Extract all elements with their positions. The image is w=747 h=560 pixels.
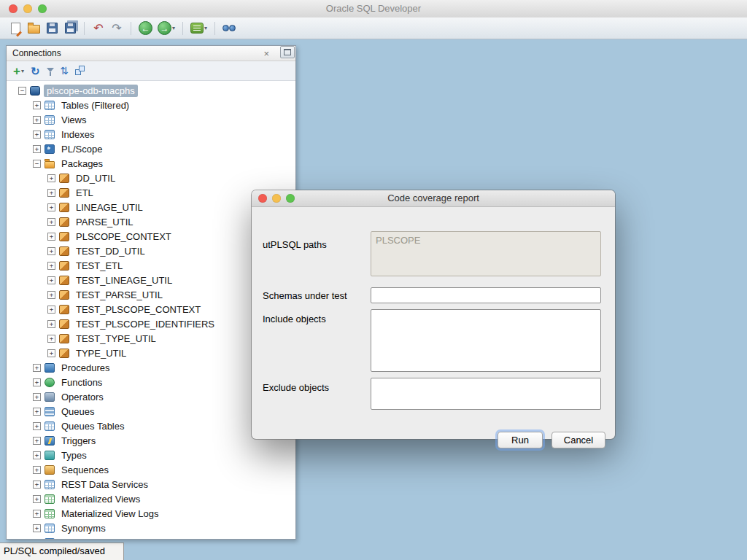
tree-item[interactable]: + Materialized View Logs bbox=[7, 506, 295, 521]
filter-button[interactable] bbox=[47, 63, 54, 78]
packages-icon bbox=[44, 161, 55, 168]
run-script-button[interactable]: ▾ bbox=[190, 21, 207, 36]
expander-icon[interactable]: + bbox=[33, 481, 41, 489]
tree-item[interactable]: − Packages bbox=[7, 156, 295, 171]
utplsql-paths-field[interactable]: PLSCOPE bbox=[371, 231, 601, 276]
connections-panel-header[interactable]: Connections × bbox=[7, 46, 295, 61]
tree-item[interactable]: + Synonyms bbox=[7, 521, 295, 535]
open-file-button[interactable] bbox=[27, 21, 40, 36]
expander-icon[interactable]: + bbox=[33, 422, 41, 430]
cancel-button[interactable]: Cancel bbox=[551, 432, 605, 448]
sort-button[interactable]: ⇅ bbox=[61, 63, 69, 78]
new-file-button[interactable] bbox=[9, 21, 22, 36]
close-panel-icon[interactable]: × bbox=[263, 49, 269, 58]
tree-item[interactable]: + Sequences bbox=[7, 462, 295, 477]
tree-item-label: Synonyms bbox=[58, 522, 109, 534]
expander-icon[interactable]: + bbox=[33, 145, 41, 153]
expander-icon[interactable]: + bbox=[33, 495, 41, 503]
tree-item[interactable]: + REST Data Services bbox=[7, 477, 295, 491]
expander-icon[interactable]: − bbox=[33, 160, 41, 168]
expander-icon[interactable]: + bbox=[33, 539, 41, 540]
package-icon bbox=[59, 232, 69, 241]
expander-icon[interactable]: + bbox=[33, 364, 41, 372]
tree-item[interactable]: + Indexes bbox=[7, 127, 295, 141]
exclude-objects-field[interactable] bbox=[371, 378, 601, 410]
expander-icon[interactable]: + bbox=[47, 320, 55, 328]
synonym-icon bbox=[44, 524, 55, 533]
tree-item-label: TYPE_UTIL bbox=[73, 347, 129, 359]
save-button[interactable] bbox=[45, 21, 58, 36]
collapse-all-button[interactable] bbox=[75, 63, 85, 78]
procedure-icon bbox=[44, 363, 55, 373]
expander-icon[interactable]: + bbox=[47, 247, 55, 255]
expander-icon[interactable]: + bbox=[47, 291, 55, 299]
expander-icon[interactable]: + bbox=[33, 101, 41, 109]
expander-icon[interactable]: + bbox=[33, 510, 41, 518]
tree-item[interactable]: + Materialized Views bbox=[7, 491, 295, 506]
tree-item-label: Indexes bbox=[58, 128, 98, 141]
save-all-button[interactable] bbox=[63, 21, 77, 36]
package-icon bbox=[59, 334, 69, 343]
undo-button[interactable]: ↶ bbox=[92, 21, 105, 36]
expander-icon[interactable]: + bbox=[47, 262, 55, 270]
expander-icon[interactable]: − bbox=[18, 87, 26, 95]
new-connection-button[interactable]: +▾ bbox=[13, 63, 24, 78]
main-toolbar: ↶ ↷ ← →▾ ▾ bbox=[0, 18, 747, 39]
tree-item-label: Procedures bbox=[58, 362, 112, 374]
dialog-titlebar[interactable]: Code coverage report bbox=[252, 190, 615, 207]
sql-script-icon bbox=[190, 23, 204, 34]
tree-item-label: TEST_PLSCOPE_CONTEXT bbox=[73, 303, 204, 316]
plscope-icon bbox=[44, 144, 55, 154]
include-objects-field[interactable] bbox=[371, 309, 601, 372]
forward-icon: → bbox=[158, 21, 171, 35]
chevron-down-icon: ▾ bbox=[21, 68, 24, 74]
dialog-minimize-button[interactable] bbox=[272, 194, 281, 203]
tree-item[interactable]: − plscope-odb-macphs bbox=[7, 83, 295, 98]
expander-icon[interactable]: + bbox=[33, 131, 41, 139]
run-button[interactable]: Run bbox=[498, 432, 543, 448]
expander-icon[interactable]: + bbox=[33, 524, 41, 532]
package-icon bbox=[59, 217, 69, 227]
expander-icon[interactable]: + bbox=[47, 189, 55, 197]
tree-item[interactable]: + Types bbox=[7, 448, 295, 462]
package-icon bbox=[59, 203, 69, 212]
expander-icon[interactable]: + bbox=[47, 276, 55, 284]
expander-icon[interactable]: + bbox=[33, 451, 41, 459]
dialog-zoom-button[interactable] bbox=[286, 194, 295, 203]
expander-icon[interactable]: + bbox=[47, 203, 55, 211]
utplsql-paths-label: utPLSQL paths bbox=[263, 239, 327, 250]
expander-icon[interactable]: + bbox=[33, 408, 41, 416]
float-panel-button[interactable] bbox=[280, 46, 295, 58]
tree-item[interactable]: + DD_UTIL bbox=[7, 171, 295, 185]
tree-item-label: Types bbox=[58, 449, 90, 462]
expander-icon[interactable]: + bbox=[33, 466, 41, 474]
forward-button[interactable]: →▾ bbox=[158, 21, 175, 36]
back-button[interactable]: ← bbox=[139, 21, 152, 36]
expander-icon[interactable]: + bbox=[47, 349, 55, 357]
expander-icon[interactable]: + bbox=[47, 218, 55, 226]
tree-item[interactable]: + Public Synonyms bbox=[7, 535, 295, 539]
refresh-button[interactable]: ↻ bbox=[31, 63, 40, 78]
expander-icon[interactable]: + bbox=[47, 335, 55, 343]
tree-item[interactable]: + PL/Scope bbox=[7, 141, 295, 156]
save-icon bbox=[47, 23, 58, 34]
dialog-window-controls bbox=[258, 194, 295, 203]
redo-button[interactable]: ↷ bbox=[110, 21, 123, 36]
back-icon: ← bbox=[139, 21, 152, 35]
expander-icon[interactable]: + bbox=[47, 174, 55, 182]
tree-item-label: ETL bbox=[73, 187, 96, 199]
schemas-under-test-input[interactable] bbox=[371, 287, 601, 303]
expander-icon[interactable]: + bbox=[47, 306, 55, 314]
expander-icon[interactable]: + bbox=[33, 116, 41, 124]
connections-toolbar: +▾ ↻ ⇅ bbox=[7, 61, 295, 81]
tree-item[interactable]: + Views bbox=[7, 112, 295, 127]
find-button[interactable] bbox=[222, 21, 237, 36]
tree-item-label: TEST_PARSE_UTIL bbox=[73, 289, 166, 301]
open-folder-icon bbox=[28, 25, 40, 34]
expander-icon[interactable]: + bbox=[33, 378, 41, 386]
dialog-close-button[interactable] bbox=[258, 194, 267, 203]
tree-item[interactable]: + Tables (Filtered) bbox=[7, 98, 295, 112]
expander-icon[interactable]: + bbox=[33, 437, 41, 445]
expander-icon[interactable]: + bbox=[33, 393, 41, 401]
expander-icon[interactable]: + bbox=[47, 233, 55, 241]
